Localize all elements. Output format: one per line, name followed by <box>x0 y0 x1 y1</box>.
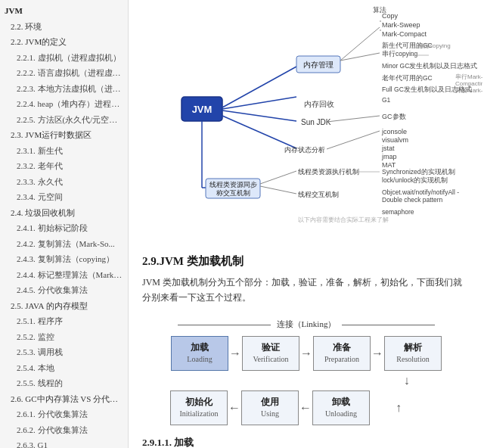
sidebar-item-22[interactable]: 2.5.3. 调用栈 <box>0 344 128 360</box>
sidebar-item-27[interactable]: 2.6.2. 分代收集算法 <box>0 422 128 438</box>
svg-text:内存状态分析: 内存状态分析 <box>284 146 325 154</box>
svg-text:串行copying: 串行copying <box>417 42 451 49</box>
svg-text:Double check pattern: Double check pattern <box>382 196 443 204</box>
svg-line-34 <box>327 131 380 149</box>
intro-text: JVM 类加载机制分为五个部分：加载，验证，准备，解析，初始化，下面我们就分别来… <box>142 275 470 306</box>
svg-text:线程交互机制: 线程交互机制 <box>298 191 339 198</box>
sidebar-item-5[interactable]: 2.2.3. 本地方法虚拟机（进程... <box>0 81 128 97</box>
svg-line-28 <box>222 110 296 121</box>
sidebar-item-19[interactable]: 2.5. JAVA 的内存模型 <box>0 298 128 314</box>
content-area: 2.9.JVM 类加载机制 JVM 类加载机制分为五个部分：加载，验证，准备，解… <box>129 244 484 448</box>
arrow-1: → <box>229 347 241 360</box>
box-using: 使用 Using <box>241 390 299 425</box>
svg-line-45 <box>260 171 296 184</box>
svg-line-15 <box>340 53 380 61</box>
sidebar-item-16[interactable]: 2.4.3. 复制算法（copying） <box>0 251 128 267</box>
sidebar-item-12[interactable]: 2.3.4. 元空间 <box>0 189 128 205</box>
svg-text:Full GC发生机制以及日志格式: Full GC发生机制以及日志格式 <box>382 86 472 93</box>
svg-line-7 <box>340 27 380 61</box>
svg-text:Objcet.wait/notify/notifyAll -: Objcet.wait/notify/notifyAll - <box>382 188 459 196</box>
sidebar-item-23[interactable]: 2.5.4. 本地 <box>0 360 128 376</box>
loading-diagram: 连接（Linking） 加载 Loading → 验证 Verification… <box>142 312 470 431</box>
arrow-4: ← <box>299 401 312 415</box>
svg-text:visualvm: visualvm <box>382 136 408 144</box>
sidebar-item-9[interactable]: 2.3.1. 新生代 <box>0 143 128 159</box>
svg-line-30 <box>327 116 380 122</box>
svg-line-50 <box>260 186 296 194</box>
section-title: 2.9.JVM 类加载机制 <box>142 254 470 269</box>
sidebar: JVM2.2. 环境2.2. JVM的定义2.2.1. 虚拟机（进程虚拟机）2.… <box>0 0 129 448</box>
svg-text:老年代可用的GC: 老年代可用的GC <box>382 74 433 82</box>
sidebar-item-21[interactable]: 2.5.2. 监控 <box>0 329 128 345</box>
mindmap-svg: JVM 内存管理 内存回收 Copy Mark-Sweep Mark-Compa… <box>130 6 482 241</box>
svg-line-2 <box>222 67 296 107</box>
svg-text:Synchronized的实现机制: Synchronized的实现机制 <box>382 168 455 176</box>
svg-text:jconsole: jconsole <box>381 128 407 135</box>
sidebar-item-6[interactable]: 2.2.4. heap（堆内存）进程虚拟... <box>0 96 128 112</box>
svg-line-5 <box>222 97 296 109</box>
sidebar-item-25[interactable]: 2.6. GC中内存算法 VS 分代收集... <box>0 391 128 407</box>
svg-text:线程类资源同步: 线程类资源同步 <box>209 181 257 188</box>
sidebar-item-3[interactable]: 2.2.1. 虚拟机（进程虚拟机） <box>0 50 128 66</box>
svg-text:串行copying: 串行copying <box>382 50 418 58</box>
svg-text:Mark-Compact: Mark-Compact <box>382 30 427 38</box>
arrow-3: → <box>371 347 383 360</box>
sidebar-item-17[interactable]: 2.4.4. 标记整理算法（Mark-C... <box>0 267 128 283</box>
sidebar-item-13[interactable]: 2.4. 垃圾回收机制 <box>0 205 128 221</box>
box-unloading: 卸载 Unloading <box>312 390 370 425</box>
mindmap-container: JVM 内存管理 内存回收 Copy Mark-Sweep Mark-Compa… <box>129 0 484 244</box>
sidebar-item-11[interactable]: 2.3.3. 永久代 <box>0 174 128 190</box>
subsection-title: 2.9.1.1. 加载 <box>142 436 470 448</box>
arrow-2: → <box>300 347 312 360</box>
svg-text:GC参数: GC参数 <box>382 113 406 120</box>
sidebar-item-14[interactable]: 2.4.1. 初始标记阶段 <box>0 220 128 236</box>
svg-line-32 <box>222 116 296 148</box>
down-arrow-loading <box>178 374 234 387</box>
sidebar-item-24[interactable]: 2.5.5. 线程的 <box>0 375 128 391</box>
arrow-row: ↓ <box>178 374 435 387</box>
boxes-row-1: 加载 Loading → 验证 Verification → 准备 Prepar… <box>170 336 442 371</box>
svg-text:jmap: jmap <box>381 153 397 160</box>
sidebar-item-15[interactable]: 2.4.2. 复制算法（Mark-So... <box>0 236 128 252</box>
sidebar-item-28[interactable]: 2.6.3. G1 <box>0 437 128 448</box>
box-verification: 验证 Verification <box>242 336 299 371</box>
svg-text:以下内容需要结合实际工程来了解: 以下内容需要结合实际工程来了解 <box>298 216 389 223</box>
svg-text:G1: G1 <box>382 96 391 104</box>
sidebar-item-20[interactable]: 2.5.1. 程序序 <box>0 313 128 329</box>
svg-text:称交互机制: 称交互机制 <box>216 189 250 197</box>
sidebar-item-2[interactable]: 2.2. JVM的定义 <box>0 34 128 50</box>
sidebar-item-10[interactable]: 2.3.2. 老年代 <box>0 158 128 174</box>
svg-text:线程类资源执行机制: 线程类资源执行机制 <box>298 168 359 176</box>
svg-text:jstat: jstat <box>381 145 395 152</box>
sidebar-item-7[interactable]: 2.2.5. 方法区(永久代/元空间... <box>0 112 128 128</box>
main-content: JVM 内存管理 内存回收 Copy Mark-Sweep Mark-Compa… <box>129 0 484 448</box>
sidebar-item-1[interactable]: 2.2. 环境 <box>0 19 128 35</box>
sidebar-item-8[interactable]: 2.3. JVM运行时数据区 <box>0 127 128 143</box>
box-initialization: 初始化 Initialization <box>170 390 228 425</box>
svg-text:Minor GC发生机制以及日志格式: Minor GC发生机制以及日志格式 <box>382 62 477 70</box>
box-resolution: 解析 Resolution <box>384 336 442 371</box>
linking-label: 连接（Linking） <box>271 319 343 330</box>
sidebar-item-4[interactable]: 2.2.2. 语言虚拟机（进程虚拟... <box>0 65 128 81</box>
svg-text:JVM: JVM <box>192 104 213 115</box>
box-loading: 加载 Loading <box>171 336 228 371</box>
up-arrow-unloading: ↑ <box>370 401 427 415</box>
boxes-row-2: ↑ 卸载 Unloading ← 使用 Using ← 初始化 Initiali… <box>170 390 442 425</box>
svg-text:lock/unlock的实现机制: lock/unlock的实现机制 <box>382 176 448 184</box>
sidebar-item-0[interactable]: JVM <box>0 3 128 19</box>
svg-text:内存回收: 内存回收 <box>304 100 334 108</box>
svg-text:semaphore: semaphore <box>382 208 414 216</box>
down-arrow-resolution: ↓ <box>378 374 435 387</box>
sidebar-item-26[interactable]: 2.6.1. 分代收集算法 <box>0 406 128 422</box>
sidebar-item-18[interactable]: 2.4.5. 分代收集算法 <box>0 282 128 298</box>
svg-text:内存管理: 内存管理 <box>303 61 334 69</box>
box-preparation: 准备 Preparation <box>313 336 371 371</box>
svg-text:Sun JDK: Sun JDK <box>301 118 331 126</box>
svg-text:Mark-Sweep: Mark-Sweep <box>382 21 420 29</box>
svg-text:串行Mark-Sweep-Compact: 串行Mark-Sweep-Compact <box>455 73 482 80</box>
arrow-5: ← <box>228 401 240 415</box>
